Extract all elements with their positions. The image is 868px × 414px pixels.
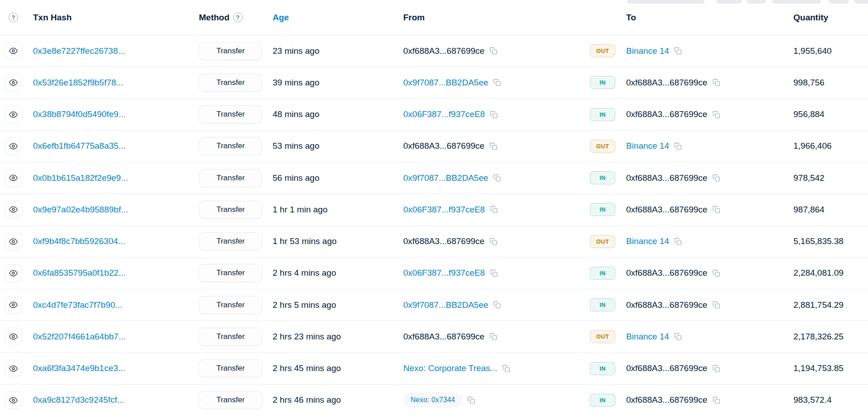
method-button[interactable]: Transfer <box>199 137 262 155</box>
preview-eye-button[interactable] <box>5 233 22 250</box>
method-button[interactable]: Transfer <box>199 328 262 346</box>
preview-eye-button[interactable] <box>5 106 22 123</box>
table-row: 0x6efb1fb64775a8a35... Transfer 53 mins … <box>0 130 868 162</box>
copy-to-address-button[interactable] <box>712 111 720 118</box>
txn-hash-link[interactable]: 0x52f207f4661a64bb7... <box>33 332 126 341</box>
direction-badge: IN <box>590 362 615 375</box>
table-row: 0xa6f3fa3474e9b1ce3... Transfer 2 hrs 45… <box>0 353 868 384</box>
txn-hash-link[interactable]: 0x6efb1fb64775a8a35... <box>33 141 126 151</box>
txn-hash-link[interactable]: 0xa9c8127d3c9245fcf... <box>33 395 124 405</box>
txn-hash-link[interactable]: 0xc4d7fe73fac7f7b90... <box>33 300 123 310</box>
copy-to-address-button[interactable] <box>712 206 720 213</box>
copy-to-address-button[interactable] <box>674 333 682 340</box>
from-address[interactable]: 0x06F387...f937ceE8 <box>403 268 485 278</box>
table-row: 0xa9c8127d3c9245fcf... Transfer 2 hrs 46… <box>0 384 868 414</box>
txn-hash-link[interactable]: 0x6fa8535795a0f1b22... <box>33 268 126 278</box>
age-text: 1 hr 1 min ago <box>273 205 327 214</box>
txn-hash-link[interactable]: 0xa6f3fa3474e9b1ce3... <box>33 363 125 373</box>
quantity-value: 956,884 <box>793 109 825 119</box>
table-help-icon[interactable]: ? <box>9 13 18 22</box>
age-text: 53 mins ago <box>273 141 320 151</box>
eye-icon <box>9 78 18 87</box>
copy-from-address-button[interactable] <box>493 79 501 86</box>
method-button[interactable]: Transfer <box>199 296 262 314</box>
copy-from-address-button[interactable] <box>502 365 510 372</box>
method-button[interactable]: Transfer <box>199 42 262 60</box>
quantity-value: 1,194,753.85 <box>793 363 844 373</box>
copy-from-address-button[interactable] <box>490 238 497 245</box>
txn-hash-link[interactable]: 0x38b8794f0d5490fe9... <box>33 109 126 119</box>
method-button[interactable]: Transfer <box>199 232 262 250</box>
to-address: 0xf688A3...687699ce <box>626 78 708 88</box>
cutoff-button-fragment <box>627 0 704 4</box>
preview-eye-button[interactable] <box>5 264 22 282</box>
age-text: 2 hrs 23 mins ago <box>273 332 341 341</box>
to-address[interactable]: Binance 14 <box>626 236 669 246</box>
from-address[interactable]: 0x9f7087...BB2DA5ee <box>403 173 488 183</box>
method-button[interactable]: Transfer <box>199 359 262 377</box>
copy-from-address-button[interactable] <box>493 174 501 182</box>
preview-eye-button[interactable] <box>5 74 22 91</box>
copy-to-address-button[interactable] <box>712 79 720 86</box>
preview-eye-button[interactable] <box>5 391 22 409</box>
method-button[interactable]: Transfer <box>199 201 262 219</box>
copy-to-address-button[interactable] <box>712 301 720 309</box>
copy-to-address-button[interactable] <box>712 365 720 372</box>
preview-eye-button[interactable] <box>5 360 22 377</box>
txn-hash-link[interactable]: 0x9e97a02e4b95889bf... <box>33 205 128 214</box>
from-address[interactable]: Nexo: 0x7344 <box>403 393 462 407</box>
copy-to-address-button[interactable] <box>674 238 682 245</box>
method-button[interactable]: Transfer <box>199 105 262 123</box>
copy-from-address-button[interactable] <box>490 269 498 277</box>
copy-icon <box>490 206 498 213</box>
age-text: 56 mins ago <box>273 173 320 183</box>
age-text: 2 hrs 5 mins ago <box>273 300 336 310</box>
age-text: 1 hr 53 mins ago <box>273 236 337 246</box>
from-address[interactable]: 0x9f7087...BB2DA5ee <box>403 300 488 310</box>
preview-eye-button[interactable] <box>5 296 22 314</box>
to-address[interactable]: Binance 14 <box>626 332 669 342</box>
copy-from-address-button[interactable] <box>493 301 501 309</box>
copy-to-address-button[interactable] <box>674 142 682 150</box>
from-address[interactable]: 0x06F387...f937ceE8 <box>403 109 485 119</box>
method-button[interactable]: Transfer <box>199 74 262 92</box>
txn-hash-link[interactable]: 0x53f26e1852f9b5f78... <box>33 78 123 87</box>
preview-eye-button[interactable] <box>5 328 22 345</box>
copy-icon <box>674 333 682 340</box>
to-address[interactable]: Binance 14 <box>626 141 669 151</box>
copy-from-address-button[interactable] <box>490 333 497 340</box>
from-address[interactable]: 0x9f7087...BB2DA5ee <box>403 78 488 88</box>
preview-eye-button[interactable] <box>5 137 22 155</box>
copy-to-address-button[interactable] <box>712 174 720 182</box>
table-row: 0x0b1b615a182f2e9e9... Transfer 56 mins … <box>0 162 868 193</box>
copy-from-address-button[interactable] <box>467 396 475 404</box>
txn-hash-link[interactable]: 0x0b1b615a182f2e9e9... <box>33 173 128 183</box>
copy-to-address-button[interactable] <box>712 269 720 277</box>
copy-from-address-button[interactable] <box>490 47 497 55</box>
column-header-txn-hash: Txn Hash <box>33 13 199 23</box>
method-help-icon[interactable]: ? <box>233 13 243 22</box>
copy-from-address-button[interactable] <box>490 111 498 118</box>
copy-to-address-button[interactable] <box>674 47 682 55</box>
copy-to-address-button[interactable] <box>712 396 720 404</box>
to-address[interactable]: Binance 14 <box>626 46 669 56</box>
direction-badge: OUT <box>590 140 615 153</box>
copy-from-address-button[interactable] <box>490 206 498 213</box>
preview-eye-button[interactable] <box>5 42 22 60</box>
txn-hash-link[interactable]: 0x3e8e7227ffec26738... <box>33 46 125 56</box>
from-address[interactable]: Nexo: Corporate Treas... <box>403 363 497 373</box>
age-text: 2 hrs 45 mins ago <box>273 363 341 373</box>
column-header-age[interactable]: Age <box>273 13 403 23</box>
method-button[interactable]: Transfer <box>199 264 262 282</box>
txn-hash-link[interactable]: 0xf9b4f8c7bb5926304... <box>33 236 125 246</box>
preview-eye-button[interactable] <box>5 169 22 187</box>
copy-icon <box>712 365 720 372</box>
quantity-value: 998,756 <box>793 78 825 87</box>
from-address[interactable]: 0x06F387...f937ceE8 <box>403 205 485 215</box>
method-button[interactable]: Transfer <box>199 391 262 409</box>
preview-eye-button[interactable] <box>5 201 22 218</box>
method-button[interactable]: Transfer <box>199 169 262 187</box>
eye-icon <box>9 205 18 214</box>
copy-from-address-button[interactable] <box>490 142 497 150</box>
copy-icon <box>712 174 720 182</box>
